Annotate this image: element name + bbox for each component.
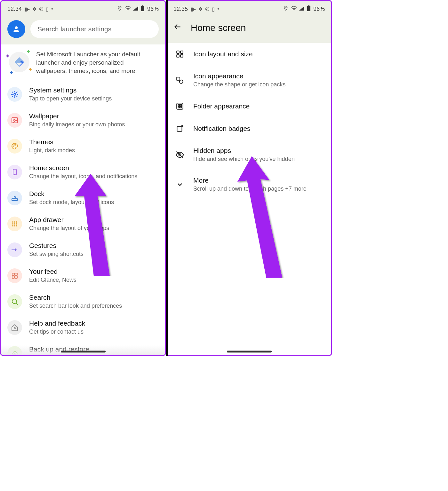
settings-item-help-and-feedback[interactable]: Help and feedback Get tips or contact us: [1, 314, 165, 340]
back-button[interactable]: [173, 23, 182, 33]
status-icon-card: ▮▸: [24, 6, 30, 12]
item-title: Wallpaper: [29, 112, 125, 120]
swipe-icon: [7, 242, 22, 257]
settings-item-home-screen[interactable]: Home screen Change the layout, icons, an…: [1, 159, 165, 185]
svg-point-6: [13, 119, 14, 120]
status-time: 12:35: [173, 6, 188, 12]
image-icon: [7, 113, 22, 128]
settings-item-dock[interactable]: Dock Set dock mode, layout, and icons: [1, 185, 165, 211]
status-icon-dot: •: [217, 6, 219, 12]
home-item-notification-badges[interactable]: Notification badges: [167, 117, 331, 140]
item-title: Your feed: [29, 268, 76, 275]
svg-rect-30: [308, 5, 309, 6]
chevron-icon: [175, 181, 185, 188]
svg-point-28: [14, 328, 15, 329]
status-icon-rect: ▯: [46, 6, 49, 12]
svg-point-18: [16, 223, 17, 225]
location-icon: [117, 6, 122, 12]
home-item-icon-layout-and-size[interactable]: Icon layout and size: [167, 43, 331, 65]
svg-rect-2: [141, 6, 144, 11]
svg-point-7: [13, 146, 13, 147]
settings-item-wallpaper[interactable]: Wallpaper Bing daily images or your own …: [1, 107, 165, 133]
shapes-icon: [175, 76, 185, 84]
wifi-icon: [291, 6, 297, 12]
item-title: Notification badges: [193, 125, 251, 132]
folder-grid-icon: [175, 102, 185, 110]
svg-rect-36: [177, 77, 180, 80]
settings-item-themes[interactable]: Themes Light, dark modes: [1, 133, 165, 159]
search-input[interactable]: Search launcher settings: [30, 20, 159, 38]
settings-item-your-feed[interactable]: Your feed Edit Glance, News: [1, 263, 165, 289]
item-title: More: [193, 177, 307, 184]
phone-right-home-screen: 12:35 ▮▸ ✲ ✆ ▯ • 96% Home scr: [166, 0, 332, 356]
item-title: Themes: [29, 138, 75, 146]
item-subtitle: Hide and see which ones you've hidden: [193, 156, 295, 162]
status-icon-gear: ✲: [32, 6, 36, 12]
settings-item-app-drawer[interactable]: App drawer Change the layout of your app…: [1, 211, 165, 237]
svg-rect-42: [180, 107, 181, 108]
item-title: Gestures: [29, 242, 84, 249]
home-item-icon-appearance[interactable]: Icon appearance Change the shape or get …: [167, 65, 331, 95]
search-placeholder: Search launcher settings: [37, 25, 111, 33]
svg-line-27: [16, 303, 18, 305]
nav-gesture-pill[interactable]: [61, 351, 106, 352]
battery-percent: 96%: [313, 6, 325, 12]
profile-button[interactable]: [7, 20, 25, 38]
svg-point-21: [16, 225, 17, 226]
home-item-folder-appearance[interactable]: Folder appearance: [167, 95, 331, 117]
settings-item-gestures[interactable]: Gestures Set swiping shortcuts: [1, 237, 165, 263]
svg-rect-35: [180, 55, 183, 57]
settings-item-search[interactable]: Search Set search bar look and preferenc…: [1, 289, 165, 314]
svg-point-15: [16, 221, 17, 223]
battery-icon: [307, 5, 311, 12]
item-title: Icon appearance: [193, 72, 285, 80]
item-subtitle: Set swiping shortcuts: [29, 251, 84, 257]
signal-icon: [299, 6, 304, 12]
location-icon: [283, 6, 288, 12]
item-title: App drawer: [29, 216, 109, 224]
svg-rect-1: [142, 5, 143, 6]
settings-header: Search launcher settings: [1, 17, 165, 44]
launcher-logo-icon: ◆ ◆ ◆ ◆: [7, 50, 31, 74]
status-icon-gear: ✲: [198, 6, 203, 12]
badge-icon: [175, 124, 185, 133]
promo-text: Set Microsoft Launcher as your default l…: [36, 50, 159, 75]
svg-rect-25: [15, 276, 17, 278]
nav-gesture-pill[interactable]: [227, 351, 272, 352]
status-icon-dot: •: [51, 6, 53, 12]
search-icon: [7, 294, 22, 309]
eye-off-icon: [175, 150, 185, 159]
help-icon: [7, 320, 22, 335]
promo-card[interactable]: ◆ ◆ ◆ ◆ Set Microsoft Launcher as your d…: [1, 44, 165, 81]
svg-point-29: [285, 7, 286, 8]
svg-point-17: [14, 223, 15, 225]
phone-left-settings: 12:34 ▮▸ ✲ ✆ ▯ • 96% S: [0, 0, 166, 356]
svg-point-44: [181, 125, 183, 127]
item-subtitle: Bing daily images or your own photos: [29, 121, 125, 128]
layout-icon: [175, 50, 185, 58]
svg-rect-39: [178, 105, 180, 106]
item-subtitle: Edit Glance, News: [29, 277, 76, 283]
item-subtitle: Change the layout, icons, and notificati…: [29, 173, 137, 180]
svg-rect-41: [178, 107, 180, 108]
status-icon-call: ✆: [205, 6, 209, 12]
signal-icon: [133, 6, 138, 12]
status-icon-call: ✆: [39, 6, 43, 12]
svg-rect-32: [177, 51, 179, 53]
item-subtitle: Get tips or contact us: [29, 329, 85, 335]
home-item-more[interactable]: More Scroll up and down to switch pages …: [167, 170, 331, 199]
item-title: Dock: [29, 190, 114, 198]
phone-icon: [7, 165, 22, 179]
svg-rect-31: [307, 6, 310, 11]
page-header: Home screen: [167, 17, 331, 43]
svg-rect-40: [180, 105, 181, 106]
home-screen-list: Icon layout and size Icon appearance Cha…: [167, 43, 331, 199]
bottom-fade: [1, 345, 165, 355]
home-item-hidden-apps[interactable]: Hidden apps Hide and see which ones you'…: [167, 140, 331, 170]
svg-point-13: [12, 221, 13, 223]
svg-point-8: [14, 145, 14, 145]
settings-item-system-settings[interactable]: System settings Tap to open your device …: [1, 81, 165, 107]
grid-icon: [7, 217, 22, 231]
svg-point-3: [15, 26, 18, 29]
svg-rect-34: [177, 55, 179, 57]
